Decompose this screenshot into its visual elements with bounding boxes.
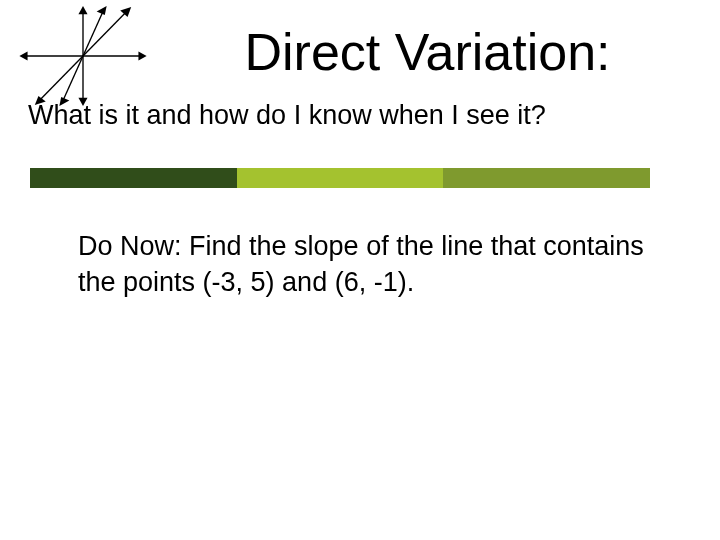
colorbar-segment: [30, 168, 237, 188]
colorbar-segment: [237, 168, 444, 188]
svg-marker-10: [35, 96, 46, 105]
do-now-prompt: Do Now: Find the slope of the line that …: [0, 228, 720, 301]
svg-marker-5: [78, 98, 87, 106]
svg-marker-4: [78, 6, 87, 14]
svg-marker-1: [19, 51, 27, 60]
direct-variation-icon: [18, 6, 148, 106]
colorbar-segment: [443, 168, 650, 188]
svg-marker-2: [138, 51, 146, 60]
divider-colorbar: [30, 168, 650, 188]
